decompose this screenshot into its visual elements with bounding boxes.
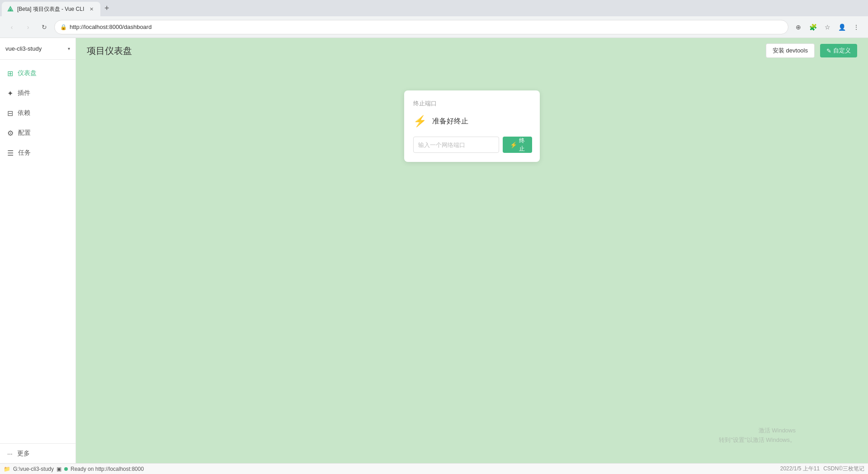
watermark-line1: 激活 Windows xyxy=(719,426,796,436)
lightning-icon: ⚡ xyxy=(413,115,427,128)
customize-icon: ✎ xyxy=(826,47,831,54)
more-label: 更多 xyxy=(17,450,30,458)
system-text: CSDN©三枚笔记 xyxy=(823,465,864,473)
statusbar-right: 2022/1/5 上午11 CSDN©三枚笔记 xyxy=(780,465,864,473)
back-button[interactable]: ‹ xyxy=(5,21,18,33)
sidebar-item-dependencies[interactable]: ⊟ 依赖 xyxy=(0,103,75,123)
plugins-icon: ✦ xyxy=(7,89,13,98)
tasks-label: 任务 xyxy=(18,149,31,157)
address-bar: ‹ › ↻ 🔒 http://localhost:8000/dashboard … xyxy=(0,16,868,38)
watermark-line2: 转到"设置"以激活 Windows。 xyxy=(719,436,796,445)
tab-favicon xyxy=(7,6,14,12)
bookmark-icon[interactable]: ☆ xyxy=(821,21,834,33)
card-title: 终止端口 xyxy=(413,100,531,108)
app-container: vue-cli3-study ▾ ⊞ 仪表盘 ✦ 插件 ⊟ 依赖 ⚙ xyxy=(0,38,868,463)
tab-bar: [Beta] 项目仪表盘 - Vue CLI ✕ + xyxy=(0,0,868,16)
customize-label: 自定义 xyxy=(833,47,851,55)
project-path: G:\vue-cli3-study xyxy=(13,466,54,472)
dashboard-label: 仪表盘 xyxy=(18,69,37,77)
project-selector[interactable]: vue-cli3-study ▾ xyxy=(0,38,75,60)
menu-icon[interactable]: ⋮ xyxy=(850,21,863,33)
statusbar-left: 📁 G:\vue-cli3-study ▣ Ready on http://lo… xyxy=(4,466,775,472)
sidebar-more-button[interactable]: ··· 更多 xyxy=(0,443,75,463)
sidebar: vue-cli3-study ▾ ⊞ 仪表盘 ✦ 插件 ⊟ 依赖 ⚙ xyxy=(0,38,76,463)
forward-button[interactable]: › xyxy=(22,21,34,33)
tab-close-button[interactable]: ✕ xyxy=(88,5,95,13)
watermark: 激活 Windows 转到"设置"以激活 Windows。 xyxy=(719,426,796,445)
page-title: 项目仪表盘 xyxy=(87,45,132,57)
stop-label: 终止 xyxy=(519,137,525,153)
toolbar-icons: ⊕ 🧩 ☆ 👤 ⋮ xyxy=(792,21,863,33)
dependencies-icon: ⊟ xyxy=(7,109,13,118)
customize-button[interactable]: ✎ 自定义 xyxy=(820,44,857,57)
stop-button[interactable]: ⚡ 终止 xyxy=(503,137,532,153)
port-input[interactable] xyxy=(413,137,499,153)
main-header: 项目仪表盘 安装 devtools ✎ 自定义 xyxy=(76,38,868,63)
sidebar-item-config[interactable]: ⚙ 配置 xyxy=(0,123,75,143)
sidebar-item-plugins[interactable]: ✦ 插件 xyxy=(0,83,75,103)
terminal-icon: ▣ xyxy=(57,466,61,472)
path-icon: 📁 xyxy=(4,466,10,472)
status-text: 准备好终止 xyxy=(432,117,468,126)
translate-icon[interactable]: ⊕ xyxy=(792,21,805,33)
project-arrow-icon: ▾ xyxy=(68,46,70,51)
card-input-row: ⚡ 终止 xyxy=(413,137,531,153)
lock-icon: 🔒 xyxy=(60,24,67,30)
dashboard-icon: ⊞ xyxy=(7,69,13,78)
profile-icon[interactable]: 👤 xyxy=(835,21,848,33)
extension-icon[interactable]: 🧩 xyxy=(807,21,819,33)
active-tab[interactable]: [Beta] 项目仪表盘 - Vue CLI ✕ xyxy=(2,2,100,16)
devtools-button[interactable]: 安装 devtools xyxy=(766,43,815,58)
config-icon: ⚙ xyxy=(7,129,14,137)
statusbar: 📁 G:\vue-cli3-study ▣ Ready on http://lo… xyxy=(0,463,868,474)
tab-title: [Beta] 项目仪表盘 - Vue CLI xyxy=(17,5,84,13)
terminal-card: 终止端口 ⚡ 准备好终止 ⚡ 终止 xyxy=(404,90,540,162)
project-name: vue-cli3-study xyxy=(5,45,68,52)
stop-icon: ⚡ xyxy=(510,142,517,148)
header-actions: 安装 devtools ✎ 自定义 xyxy=(766,43,857,58)
dependencies-label: 依赖 xyxy=(18,109,30,117)
datetime: 2022/1/5 上午11 xyxy=(780,465,820,473)
url-bar[interactable]: 🔒 http://localhost:8000/dashboard xyxy=(54,20,788,34)
sidebar-item-dashboard[interactable]: ⊞ 仪表盘 xyxy=(0,63,75,83)
config-label: 配置 xyxy=(18,129,31,137)
main-body: 终止端口 ⚡ 准备好终止 ⚡ 终止 xyxy=(76,63,868,463)
more-icon: ··· xyxy=(7,450,13,457)
ready-status: Ready on http://localhost:8000 xyxy=(71,466,144,472)
status-dot xyxy=(64,467,68,471)
url-text: http://localhost:8000/dashboard xyxy=(70,24,783,30)
sidebar-nav: ⊞ 仪表盘 ✦ 插件 ⊟ 依赖 ⚙ 配置 ☰ 任务 xyxy=(0,60,75,443)
refresh-button[interactable]: ↻ xyxy=(38,21,51,33)
new-tab-button[interactable]: + xyxy=(100,2,113,14)
plugins-label: 插件 xyxy=(18,89,30,97)
browser-window: [Beta] 项目仪表盘 - Vue CLI ✕ + ‹ › ↻ 🔒 http:… xyxy=(0,0,868,474)
sidebar-item-tasks[interactable]: ☰ 任务 xyxy=(0,143,75,163)
main-content: 项目仪表盘 安装 devtools ✎ 自定义 终止端口 ⚡ 准备好终止 xyxy=(76,38,868,463)
tasks-icon: ☰ xyxy=(7,149,14,157)
card-status: ⚡ 准备好终止 xyxy=(413,115,531,128)
